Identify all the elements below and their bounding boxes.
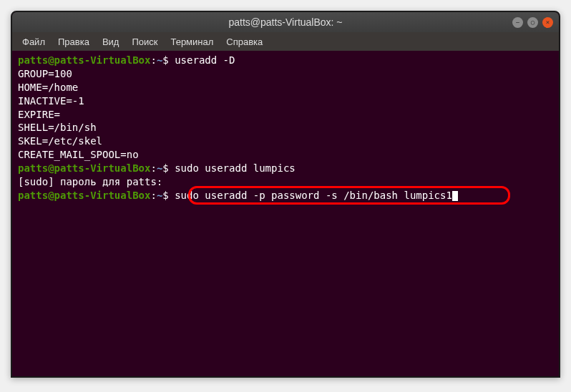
terminal-line: patts@patts-VirtualBox:~$ sudo useradd l… bbox=[18, 162, 553, 175]
minimize-button[interactable]: − bbox=[512, 17, 523, 28]
menu-help[interactable]: Справка bbox=[220, 34, 268, 49]
window-controls: − ○ × bbox=[512, 17, 553, 28]
maximize-icon: ○ bbox=[531, 19, 535, 26]
menu-terminal[interactable]: Терминал bbox=[165, 34, 219, 49]
maximize-button[interactable]: ○ bbox=[527, 17, 538, 28]
prompt-user: patts@patts-VirtualBox bbox=[18, 54, 150, 66]
terminal-output: SKEL=/etc/skel bbox=[18, 134, 553, 148]
prompt-sign: $ bbox=[162, 190, 175, 201]
terminal-output: CREATE_MAIL_SPOOL=no bbox=[18, 148, 553, 162]
prompt-user: patts@patts-VirtualBox bbox=[18, 162, 150, 174]
cmd-text: sudo useradd -p password -s /bin/bash lu… bbox=[175, 190, 452, 201]
minimize-icon: − bbox=[516, 19, 519, 26]
menu-edit[interactable]: Правка bbox=[52, 34, 95, 49]
terminal-output: [sudo] пароль для patts: bbox=[18, 175, 553, 189]
terminal-window: patts@patts-VirtualBox: ~ − ○ × Файл Пра… bbox=[11, 11, 560, 378]
terminal-body[interactable]: patts@patts-VirtualBox:~$ useradd -D GRO… bbox=[12, 51, 559, 376]
prompt-sep: : bbox=[150, 162, 156, 174]
cmd-text: sudo useradd lumpics bbox=[175, 162, 296, 174]
prompt-sign: $ bbox=[162, 162, 175, 174]
prompt-user: patts@patts-VirtualBox bbox=[18, 190, 150, 201]
terminal-line: patts@patts-VirtualBox:~$ useradd -D bbox=[18, 54, 553, 67]
menu-view[interactable]: Вид bbox=[97, 34, 125, 49]
terminal-output: INACTIVE=-1 bbox=[18, 94, 553, 108]
terminal-output: EXPIRE= bbox=[18, 108, 553, 122]
terminal-content: patts@patts-VirtualBox:~$ useradd -D GRO… bbox=[18, 54, 553, 202]
titlebar[interactable]: patts@patts-VirtualBox: ~ − ○ × bbox=[12, 12, 559, 32]
prompt-sign: $ bbox=[162, 54, 175, 66]
menubar: Файл Правка Вид Поиск Терминал Справка bbox=[12, 32, 559, 51]
close-button[interactable]: × bbox=[542, 17, 553, 28]
prompt-sep: : bbox=[150, 54, 156, 66]
menu-file[interactable]: Файл bbox=[16, 34, 51, 49]
prompt-sep: : bbox=[150, 190, 156, 201]
cmd-text: useradd -D bbox=[175, 54, 235, 66]
terminal-output: HOME=/home bbox=[18, 81, 553, 94]
close-icon: × bbox=[546, 19, 550, 26]
terminal-output: GROUP=100 bbox=[18, 67, 553, 81]
cursor bbox=[452, 191, 458, 201]
window-title: patts@patts-VirtualBox: ~ bbox=[228, 16, 342, 28]
menu-search[interactable]: Поиск bbox=[126, 34, 163, 49]
terminal-line: patts@patts-VirtualBox:~$ sudo useradd -… bbox=[18, 189, 553, 202]
terminal-output: SHELL=/bin/sh bbox=[18, 121, 553, 134]
